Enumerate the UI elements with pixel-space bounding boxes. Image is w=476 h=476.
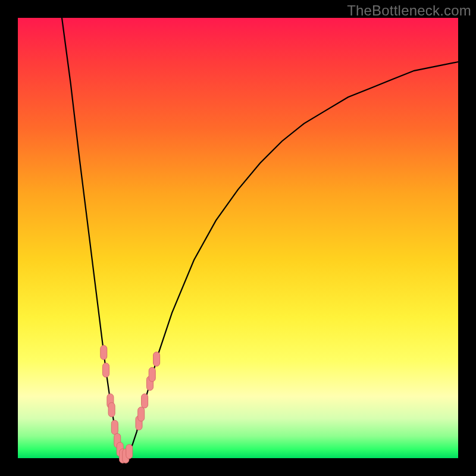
curve-marker: [126, 444, 133, 459]
curve-marker: [154, 352, 160, 367]
curve-marker: [101, 345, 107, 359]
curve-marker: [149, 367, 155, 381]
curve-marker: [111, 420, 118, 434]
curve-marker: [138, 407, 145, 421]
curve-marker: [103, 363, 109, 377]
marker-group: [101, 345, 160, 463]
curve-marker: [108, 403, 115, 417]
curve-marker: [142, 394, 148, 408]
bottleneck-curve: [62, 18, 458, 458]
chart-frame: TheBottleneck.com: [0, 0, 476, 476]
plot-area: [18, 18, 458, 458]
chart-svg: [18, 18, 458, 458]
watermark-text: TheBottleneck.com: [347, 2, 471, 19]
